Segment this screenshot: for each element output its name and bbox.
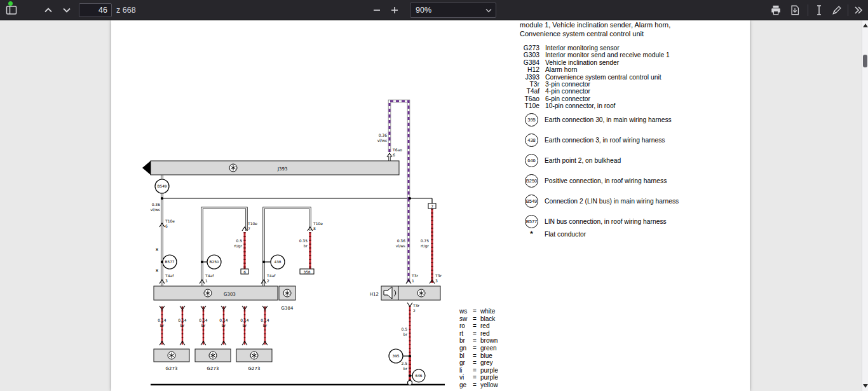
svg-text:0.5: 0.5: [401, 327, 407, 331]
color-name: red: [480, 330, 489, 338]
svg-text:G273: G273: [248, 366, 261, 371]
legend-connection-row: 646Earth point 2, on bulkhead: [520, 150, 679, 170]
connection-desc: Earth connection 30, in main wiring harn…: [545, 116, 672, 123]
print-button[interactable]: [768, 2, 784, 18]
connection-code-circle: B250: [525, 174, 538, 188]
svg-text:0.36: 0.36: [152, 202, 161, 207]
zoom-level-select[interactable]: 90%: [410, 3, 496, 18]
color-abbr: gn: [459, 345, 473, 352]
legend-component-row: G273Interior monitoring sensor: [520, 45, 670, 51]
legend-component-row: H12Alarm horn: [520, 66, 670, 73]
color-name: purple: [480, 367, 498, 374]
svg-text:*: *: [156, 268, 159, 275]
annotate-pen-button[interactable]: [829, 2, 845, 18]
color-name: purple: [480, 374, 498, 381]
component-code: T4af: [520, 88, 539, 95]
equals-sign: =: [473, 381, 480, 389]
legend-component-row: T3r3-pin connector: [520, 81, 670, 88]
legend-connection-row: B549Connection 2 (LIN bus) in main wirin…: [520, 191, 679, 211]
page-number-input[interactable]: [79, 3, 112, 17]
status-dot: [8, 1, 13, 6]
svg-text:rt/gr: rt/gr: [234, 244, 243, 249]
color-code-row: sw=black: [459, 315, 498, 323]
equals-sign: =: [473, 322, 480, 330]
svg-text:br: br: [263, 323, 268, 327]
download-button[interactable]: [787, 2, 803, 18]
color-abbr: ws: [459, 308, 473, 315]
double-chevron-right-icon: [854, 6, 863, 14]
download-icon: [789, 4, 801, 16]
svg-text:T4af: T4af: [205, 273, 214, 278]
scrollbar-up-arrow[interactable]: [862, 22, 868, 29]
chevron-down-icon: [485, 6, 492, 15]
color-code-row: gr=grey: [459, 359, 498, 367]
svg-text:6: 6: [243, 270, 246, 274]
svg-text:395: 395: [392, 354, 399, 358]
svg-text:T4af: T4af: [165, 273, 174, 278]
color-abbr: ge: [459, 381, 473, 389]
color-abbr: br: [459, 337, 473, 345]
svg-text:br: br: [304, 244, 308, 248]
svg-text:br: br: [403, 332, 408, 336]
svg-text:0.14: 0.14: [178, 318, 187, 322]
svg-text:T3r: T3r: [435, 273, 442, 278]
svg-text:T10e: T10e: [313, 221, 323, 226]
color-name: yellow: [480, 381, 498, 389]
toolbar-divider: [808, 4, 808, 16]
svg-text:T10e: T10e: [165, 219, 175, 223]
connection-code-circle: 395: [525, 113, 538, 127]
component-code: T6ao: [520, 95, 539, 102]
previous-page-button[interactable]: [40, 2, 57, 18]
color-code-table: ws=whitesw=blackro=redrt=redbr=browngn=g…: [459, 308, 498, 389]
color-code-row: bl=blue: [459, 352, 498, 360]
color-code-row: gn=green: [459, 345, 498, 352]
color-abbr: rt: [459, 330, 473, 338]
scrollbar-down-arrow[interactable]: [862, 382, 868, 390]
pdf-page: B549B577B25043839564663587J393G303G384G2…: [111, 20, 750, 391]
toolbar-overflow-button[interactable]: [850, 2, 867, 18]
equals-sign: =: [473, 330, 480, 338]
legend-component-row: T6ao6-pin connector: [520, 95, 670, 102]
svg-text:H12: H12: [370, 292, 379, 297]
text-select-tool-button[interactable]: [811, 2, 827, 18]
legend-connection-row: 395Earth connection 30, in main wiring h…: [520, 109, 679, 130]
svg-text:B549: B549: [157, 184, 166, 188]
color-abbr: li: [459, 367, 473, 374]
equals-sign: =: [473, 345, 480, 352]
color-code-row: vi=purple: [459, 374, 498, 381]
component-desc: Interior monitoring sensor: [545, 45, 620, 51]
svg-text:0.5: 0.5: [236, 238, 242, 243]
color-name: grey: [480, 359, 492, 367]
svg-text:G303: G303: [224, 292, 236, 297]
zoom-in-button[interactable]: [386, 2, 403, 18]
color-abbr: ro: [459, 322, 473, 330]
svg-text:3: 3: [435, 278, 438, 283]
svg-text:0.75: 0.75: [421, 238, 430, 243]
equals-sign: =: [473, 359, 480, 367]
next-page-button[interactable]: [58, 2, 75, 18]
svg-text:br: br: [160, 323, 165, 327]
color-abbr: vi: [459, 374, 473, 381]
svg-text:0.14: 0.14: [199, 318, 208, 322]
svg-text:3: 3: [165, 278, 168, 283]
legend-component-row: J393Convenience system central control u…: [520, 74, 670, 81]
svg-text:0.14: 0.14: [158, 318, 166, 322]
svg-text:T3r: T3r: [411, 273, 418, 278]
toolbar: z 668 90%: [0, 0, 868, 20]
component-code: J393: [520, 74, 539, 81]
flat-conductor-desc: Flat conductor: [545, 231, 586, 238]
svg-text:G273: G273: [166, 366, 178, 371]
viewer-area: B549B577B25043839564663587J393G303G384G2…: [0, 20, 868, 391]
svg-text:br: br: [180, 323, 185, 327]
svg-text:438: 438: [274, 260, 281, 264]
zoom-out-button[interactable]: [369, 2, 385, 18]
scrollbar-thumb[interactable]: [863, 55, 867, 67]
svg-text:G384: G384: [281, 306, 294, 311]
color-name: blue: [480, 352, 492, 360]
svg-text:vl/ws: vl/ws: [151, 207, 160, 212]
svg-text:0.14: 0.14: [261, 318, 269, 322]
svg-text:B250: B250: [209, 260, 219, 264]
toolbar-divider: [848, 4, 848, 16]
svg-text:J393: J393: [277, 167, 287, 172]
svg-text:br: br: [222, 323, 226, 327]
